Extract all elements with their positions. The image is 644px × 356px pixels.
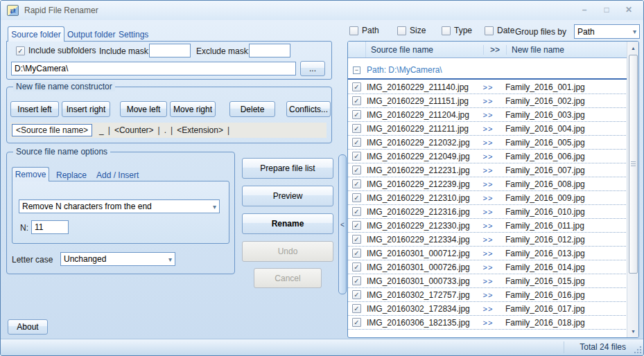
- type-checkbox[interactable]: [442, 26, 451, 35]
- file-checkbox[interactable]: ✓: [352, 290, 361, 299]
- prepare-file-list-button[interactable]: Prepare file list: [242, 158, 333, 179]
- filter-size[interactable]: Size: [397, 26, 426, 35]
- file-row[interactable]: ✓ IMG_20160302_172757.jpg >> Family_2016…: [348, 288, 627, 302]
- tab-source-folder[interactable]: Source folder: [8, 26, 64, 42]
- file-checkbox[interactable]: ✓: [352, 152, 361, 161]
- file-row[interactable]: ✓ IMG_20160229_212310.jpg >> Family_2016…: [348, 191, 627, 205]
- move-right-button[interactable]: Move right: [170, 101, 216, 117]
- file-checkbox[interactable]: ✓: [352, 207, 361, 216]
- filter-path[interactable]: Path: [349, 26, 379, 35]
- letter-case-select[interactable]: Unchanged ▾: [60, 252, 175, 266]
- path-checkbox[interactable]: [349, 26, 358, 35]
- vertical-scrollbar[interactable]: ▲ ▼: [627, 42, 638, 337]
- file-checkbox[interactable]: ✓: [352, 138, 361, 147]
- file-row[interactable]: ✓ IMG_20160229_212316.jpg >> Family_2016…: [348, 205, 627, 219]
- cancel-button[interactable]: Cancel: [254, 268, 322, 288]
- name-token[interactable]: .: [164, 125, 166, 135]
- title-bar[interactable]: ⇄ Rapid File Renamer – □ ✕: [1, 1, 643, 20]
- source-path-input[interactable]: D:\MyCamera\: [11, 62, 296, 75]
- file-checkbox[interactable]: ✓: [352, 276, 361, 285]
- tab-add-insert[interactable]: Add / Insert: [96, 170, 139, 180]
- collapse-group-icon[interactable]: −: [353, 66, 360, 74]
- delete-button[interactable]: Delete: [229, 101, 275, 117]
- scrollbar-thumb[interactable]: [629, 55, 638, 274]
- resize-grip-icon[interactable]: [633, 345, 642, 354]
- insert-right-button[interactable]: Insert right: [62, 101, 110, 117]
- file-checkbox[interactable]: ✓: [352, 82, 361, 91]
- minimize-icon[interactable]: –: [577, 3, 592, 15]
- tab-output-folder[interactable]: Output folder: [67, 30, 115, 39]
- move-left-button[interactable]: Move left: [120, 101, 167, 117]
- check-icon: ✓: [354, 291, 359, 299]
- file-checkbox[interactable]: ✓: [352, 262, 361, 272]
- include-mask-input[interactable]: [149, 44, 191, 57]
- list-header[interactable]: Source file name >> New file name: [348, 42, 627, 58]
- file-row[interactable]: ✓ IMG_20160229_212239.jpg >> Family_2016…: [348, 177, 627, 191]
- file-row[interactable]: ✓ IMG_20160301_000726.jpg >> Family_2016…: [348, 260, 627, 274]
- file-row[interactable]: ✓ IMG_20160229_211204.jpg >> Family_2016…: [348, 108, 627, 122]
- file-row[interactable]: ✓ IMG_20160301_000712.jpg >> Family_2016…: [348, 247, 627, 260]
- rename-button[interactable]: Rename: [242, 213, 333, 234]
- new-file-name: Family_2016_006.jpg: [500, 152, 627, 161]
- file-row[interactable]: ✓ IMG_20160229_212334.jpg >> Family_2016…: [348, 233, 627, 247]
- rename-arrow: >>: [476, 277, 500, 285]
- rename-arrow: >>: [476, 249, 500, 258]
- file-checkbox[interactable]: ✓: [352, 318, 361, 327]
- maximize-icon[interactable]: □: [599, 3, 614, 15]
- target-column-header[interactable]: New file name: [506, 45, 627, 55]
- group-row[interactable]: − Path: D:\MyCamera\: [348, 62, 627, 78]
- filter-date[interactable]: Date: [485, 26, 514, 35]
- arrow-column-header[interactable]: >>: [483, 45, 506, 55]
- file-checkbox[interactable]: ✓: [352, 249, 361, 258]
- file-row[interactable]: ✓ IMG_20160301_000733.jpg >> Family_2016…: [348, 274, 627, 288]
- tab-remove[interactable]: Remove: [12, 167, 49, 181]
- file-checkbox[interactable]: ✓: [352, 221, 361, 230]
- name-token[interactable]: _: [99, 125, 104, 135]
- filter-type[interactable]: Type: [442, 26, 472, 35]
- scroll-up-icon[interactable]: ▲: [628, 42, 638, 53]
- include-subfolders-checkbox[interactable]: ✓: [16, 46, 25, 55]
- insert-left-button[interactable]: Insert left: [10, 101, 59, 117]
- select-column-header[interactable]: [348, 42, 366, 57]
- n-input[interactable]: 11: [31, 220, 69, 234]
- file-checkbox[interactable]: ✓: [352, 124, 361, 133]
- file-row[interactable]: ✓ IMG_20160229_211151.jpg >> Family_2016…: [348, 94, 627, 108]
- scroll-down-icon[interactable]: ▼: [628, 326, 638, 337]
- group-by-select[interactable]: Path ▾: [574, 24, 640, 39]
- file-checkbox[interactable]: ✓: [352, 179, 361, 188]
- date-checkbox[interactable]: [485, 26, 494, 35]
- file-row[interactable]: ✓ IMG_20160229_212330.jpg >> Family_2016…: [348, 219, 627, 233]
- file-row[interactable]: ✓ IMG_20160302_172834.jpg >> Family_2016…: [348, 302, 627, 316]
- close-icon[interactable]: ✕: [621, 3, 636, 15]
- tab-settings[interactable]: Settings: [119, 30, 148, 39]
- conflicts-button[interactable]: Conflicts...: [286, 101, 331, 117]
- token-source-file-name[interactable]: <Source file name>: [12, 124, 92, 136]
- size-checkbox[interactable]: [397, 26, 406, 35]
- tab-replace[interactable]: Replace: [56, 170, 87, 180]
- panel-splitter[interactable]: <: [338, 154, 347, 294]
- file-checkbox[interactable]: ✓: [352, 166, 361, 175]
- file-row[interactable]: ✓ IMG_20160229_212049.jpg >> Family_2016…: [348, 150, 627, 163]
- remove-rule-select[interactable]: Remove N characters from the end ▾: [19, 199, 220, 213]
- undo-button[interactable]: Undo: [242, 241, 333, 262]
- browse-button[interactable]: ...: [300, 61, 325, 76]
- check-icon: ✓: [354, 194, 359, 202]
- file-row[interactable]: ✓ IMG_20160306_182135.jpg >> Family_2016…: [348, 316, 627, 330]
- file-row[interactable]: ✓ IMG_20160229_212032.jpg >> Family_2016…: [348, 136, 627, 150]
- source-column-header[interactable]: Source file name: [366, 45, 483, 55]
- file-row[interactable]: ✓ IMG_20160229_211211.jpg >> Family_2016…: [348, 122, 627, 136]
- file-checkbox[interactable]: ✓: [352, 96, 361, 105]
- file-row[interactable]: ✓ IMG_20160229_211140.jpg >> Family_2016…: [348, 80, 627, 94]
- include-subfolders-option[interactable]: ✓ Include subfolders: [16, 46, 96, 55]
- file-checkbox[interactable]: ✓: [352, 304, 361, 313]
- name-token[interactable]: <Extension>: [177, 125, 223, 135]
- name-token[interactable]: <Counter>: [114, 125, 154, 135]
- preview-button[interactable]: Preview: [242, 186, 333, 206]
- file-checkbox[interactable]: ✓: [352, 110, 361, 119]
- file-checkbox[interactable]: ✓: [352, 235, 361, 244]
- exclude-mask-input[interactable]: [249, 44, 290, 57]
- name-token-strip[interactable]: <Source file name> _|<Counter>|.|<Extens…: [10, 123, 327, 138]
- file-checkbox[interactable]: ✓: [352, 193, 361, 202]
- about-button[interactable]: About: [8, 319, 48, 335]
- file-row[interactable]: ✓ IMG_20160229_212231.jpg >> Family_2016…: [348, 163, 627, 177]
